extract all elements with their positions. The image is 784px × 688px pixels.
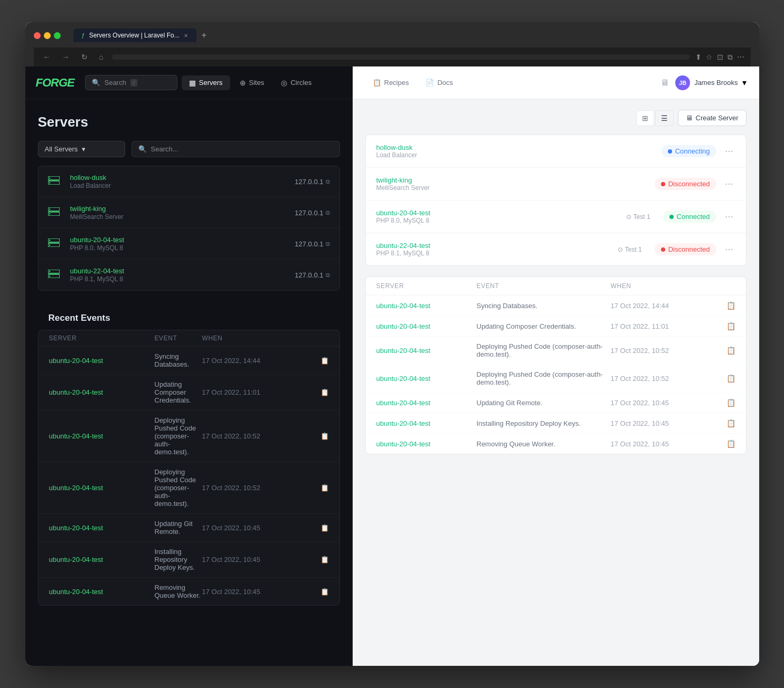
event-server[interactable]: ubuntu-20-04-test — [49, 588, 155, 596]
copy-icon[interactable]: ⧉ — [326, 178, 330, 185]
right-event-log-icon[interactable]: 📋 — [716, 439, 735, 448]
copy-icon[interactable]: ⧉ — [326, 209, 330, 216]
right-event-log-icon[interactable]: 📋 — [716, 301, 735, 310]
right-server-info: ubuntu-20-04-test PHP 8.0, MySQL 8 — [376, 209, 495, 224]
row-menu-button[interactable]: ⋯ — [723, 242, 735, 256]
forward-button[interactable]: → — [59, 52, 73, 62]
extensions-icon: ⧉ — [728, 53, 733, 62]
right-event-server[interactable]: ubuntu-20-04-test — [376, 375, 477, 383]
nav-link-servers[interactable]: ▦ Servers — [182, 75, 230, 90]
nav-link-recipes[interactable]: 📋 Recipes — [365, 75, 417, 90]
right-event-server[interactable]: ubuntu-20-04-test — [376, 347, 477, 355]
server-name[interactable]: twilight-king — [70, 205, 288, 213]
forge-logo: FORGE — [36, 76, 74, 90]
event-server[interactable]: ubuntu-20-04-test — [49, 432, 155, 440]
event-log-icon[interactable]: 📋 — [308, 388, 329, 396]
monitor-icon: 🖥 — [660, 78, 669, 88]
nav-link-sites[interactable]: ⊕ Sites — [232, 75, 272, 90]
active-tab[interactable]: ƒ Servers Overview | Laravel Fo... ✕ — [73, 28, 196, 42]
row-menu-button[interactable]: ⋯ — [723, 177, 735, 191]
event-log-icon[interactable]: 📋 — [308, 588, 329, 596]
server-name[interactable]: hollow-dusk — [70, 174, 288, 181]
event-when: 17 Oct 2022, 10:52 — [202, 484, 308, 492]
svg-point-7 — [49, 213, 50, 214]
server-type: MeiliSearch Server — [70, 213, 288, 221]
server-name[interactable]: ubuntu-20-04-test — [70, 236, 288, 244]
servers-list-right: hollow-dusk Load Balancer Connecting ⋯ — [365, 135, 747, 266]
right-event-when: 17 Oct 2022, 10:52 — [611, 347, 716, 355]
server-name[interactable]: ubuntu-22-04-test — [70, 267, 288, 275]
copy-icon[interactable]: ⧉ — [326, 272, 330, 279]
docs-icon: 📄 — [426, 79, 434, 87]
copy-icon[interactable]: ⧉ — [326, 241, 330, 247]
event-desc: Removing Queue Worker. — [155, 584, 202, 599]
close-window-button[interactable] — [34, 32, 41, 39]
right-server-name[interactable]: hollow-dusk — [376, 144, 513, 151]
list-view-button[interactable]: ☰ — [655, 110, 674, 126]
global-search[interactable]: 🔍 Search / — [85, 75, 177, 90]
event-log-icon[interactable]: 📋 — [308, 556, 329, 563]
home-button[interactable]: ⌂ — [96, 52, 107, 62]
nav-link-circles[interactable]: ◎ Circles — [273, 75, 319, 90]
row-menu-button[interactable]: ⋯ — [723, 144, 735, 158]
event-when: 17 Oct 2022, 10:45 — [202, 556, 308, 563]
right-event-when: 17 Oct 2022, 10:45 — [611, 419, 716, 427]
event-log-icon[interactable]: 📋 — [308, 524, 329, 532]
right-event-server[interactable]: ubuntu-20-04-test — [376, 399, 477, 407]
right-server-name[interactable]: ubuntu-20-04-test — [376, 209, 495, 217]
servers-icon: ▦ — [189, 79, 196, 87]
event-log-icon[interactable]: 📋 — [308, 484, 329, 492]
event-row: ubuntu-20-04-test Removing Queue Worker.… — [39, 578, 339, 605]
right-event-log-icon[interactable]: 📋 — [716, 398, 735, 407]
event-server[interactable]: ubuntu-20-04-test — [49, 484, 155, 492]
right-nav-links: 📋 Recipes 📄 Docs — [365, 75, 461, 90]
user-menu[interactable]: JB James Brooks ▾ — [675, 75, 746, 90]
status-label: Disconnected — [668, 180, 710, 188]
maximize-window-button[interactable] — [54, 32, 61, 39]
right-event-log-icon[interactable]: 📋 — [716, 322, 735, 330]
tab-close-button[interactable]: ✕ — [184, 33, 188, 39]
site-tag: ⊙ Test 1 — [626, 213, 650, 221]
server-search-input[interactable]: 🔍 Search... — [131, 141, 340, 157]
status-badge-disconnected: Disconnected — [655, 243, 716, 255]
event-log-icon[interactable]: 📋 — [308, 432, 329, 440]
circles-icon: ◎ — [281, 79, 287, 87]
server-filter-select[interactable]: All Servers ▾ — [38, 141, 125, 157]
svg-point-11 — [49, 244, 50, 245]
event-server[interactable]: ubuntu-20-04-test — [49, 556, 155, 563]
event-server[interactable]: ubuntu-20-04-test — [49, 524, 155, 532]
right-event-log-icon[interactable]: 📋 — [716, 346, 735, 355]
refresh-button[interactable]: ↻ — [78, 52, 91, 62]
status-dot — [661, 182, 665, 186]
right-event-server[interactable]: ubuntu-20-04-test — [376, 419, 477, 427]
event-log-icon[interactable]: 📋 — [308, 357, 329, 365]
grid-view-button[interactable]: ⊞ — [636, 110, 654, 126]
server-ip: 127.0.0.1 ⧉ — [295, 240, 329, 248]
event-server[interactable]: ubuntu-20-04-test — [49, 388, 155, 396]
right-event-log-icon[interactable]: 📋 — [716, 419, 735, 427]
back-button[interactable]: ← — [40, 52, 54, 62]
section-right: ⊞ ☰ 🖥 Create Server — [636, 110, 747, 126]
col-server-header: Server — [49, 335, 155, 342]
right-col-server-header: Server — [376, 282, 477, 290]
address-bar[interactable] — [112, 54, 690, 60]
right-server-info: twilight-king MeiliSearch Server — [376, 176, 509, 192]
status-label: Connected — [677, 213, 710, 221]
right-server-row: ubuntu-20-04-test PHP 8.0, MySQL 8 ⊙ Tes… — [366, 200, 746, 233]
status-badge-disconnected: Disconnected — [655, 178, 716, 190]
right-server-name[interactable]: twilight-king — [376, 176, 509, 184]
browser-chrome: ƒ Servers Overview | Laravel Fo... ✕ + ←… — [25, 22, 759, 66]
event-server[interactable]: ubuntu-20-04-test — [49, 357, 155, 365]
row-menu-button[interactable]: ⋯ — [723, 209, 735, 224]
minimize-window-button[interactable] — [44, 32, 51, 39]
right-event-log-icon[interactable]: 📋 — [716, 374, 735, 383]
right-server-name[interactable]: ubuntu-22-04-test — [376, 242, 491, 250]
new-tab-button[interactable]: + — [197, 28, 211, 42]
left-nav-links: ▦ Servers ⊕ Sites ◎ Circles — [182, 75, 319, 90]
nav-link-docs[interactable]: 📄 Docs — [418, 75, 460, 90]
right-event-server[interactable]: ubuntu-20-04-test — [376, 440, 477, 448]
right-event-server[interactable]: ubuntu-20-04-test — [376, 302, 477, 310]
right-event-server[interactable]: ubuntu-20-04-test — [376, 322, 477, 330]
create-server-button[interactable]: 🖥 Create Server — [678, 110, 747, 126]
traffic-lights — [34, 32, 61, 39]
